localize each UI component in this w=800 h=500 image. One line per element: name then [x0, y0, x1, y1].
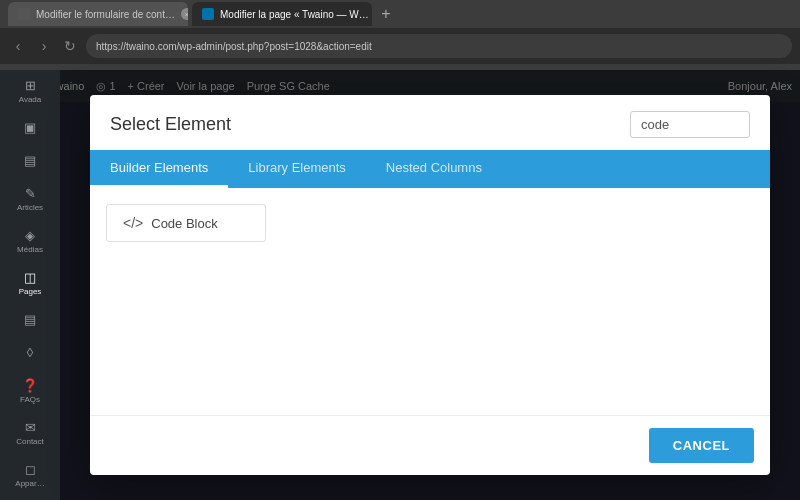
sidebar-item-articles[interactable]: ✎ Articles — [0, 178, 60, 220]
browser-tab-2[interactable]: Modifier la page « Twaino — W… × — [192, 2, 372, 26]
pages-icon: ◫ — [6, 270, 54, 285]
avada-icon: ⊞ — [6, 78, 54, 93]
sidebar-item-avada[interactable]: ⊞ Avada — [0, 70, 60, 112]
sidebar-item-extensions[interactable]: ⊕ Extens… — [0, 496, 60, 500]
code-block-icon: </> — [123, 215, 143, 231]
sidebar-item-pages[interactable]: ◫ Pages — [0, 262, 60, 304]
fusion2-icon: ▤ — [6, 153, 54, 168]
sidebar-item-appearance[interactable]: ◻ Appar… — [0, 454, 60, 496]
sidebar-item-faqs[interactable]: ❓ FAQs — [0, 370, 60, 412]
tab-label-1: Modifier le formulaire de cont… — [36, 9, 175, 20]
tab-close-1[interactable]: × — [181, 8, 188, 20]
url-text: https://twaino.com/wp-admin/post.php?pos… — [96, 41, 372, 52]
favicon-1 — [18, 8, 30, 20]
media-icon: ◈ — [6, 228, 54, 243]
back-button[interactable]: ‹ — [8, 36, 28, 56]
forward-button[interactable]: › — [34, 36, 54, 56]
sidebar-item-media[interactable]: ◈ Médias — [0, 220, 60, 262]
sidebar-item-contact[interactable]: ✉ Contact — [0, 412, 60, 454]
portfolio-icon: ◊ — [6, 345, 54, 360]
modal-title: Select Element — [110, 114, 231, 135]
tab-label-2: Modifier la page « Twaino — W… — [220, 9, 369, 20]
sidebar-label-appearance: Appar… — [6, 479, 54, 488]
sidebar-item-fusion2[interactable]: ▤ — [0, 145, 60, 178]
modal-body: </> Code Block — [90, 188, 770, 415]
wp-sidebar: ⊞ Avada ▣ ▤ ✎ Articles ◈ Médias ◫ Pages … — [0, 70, 60, 500]
appearance-icon: ◻ — [6, 462, 54, 477]
modal-overlay: Select Element Builder Elements Library … — [60, 70, 800, 500]
browser-tab-1[interactable]: Modifier le formulaire de cont… × — [8, 2, 188, 26]
sidebar-label-pages: Pages — [6, 287, 54, 296]
new-tab-button[interactable]: + — [376, 4, 396, 24]
contact-icon: ✉ — [6, 420, 54, 435]
sidebar-item-portfolio[interactable]: ◊ — [0, 337, 60, 370]
tab-library-elements[interactable]: Library Elements — [228, 150, 366, 188]
sidebar-item-fusion1[interactable]: ▣ — [0, 112, 60, 145]
tab-nested-columns[interactable]: Nested Columns — [366, 150, 502, 188]
element-grid: </> Code Block — [106, 204, 754, 242]
address-bar[interactable]: https://twaino.com/wp-admin/post.php?pos… — [86, 34, 792, 58]
sidebar-item-comments[interactable]: ▤ — [0, 304, 60, 337]
faqs-icon: ❓ — [6, 378, 54, 393]
articles-icon: ✎ — [6, 186, 54, 201]
tab-builder-elements[interactable]: Builder Elements — [90, 150, 228, 188]
reload-button[interactable]: ↻ — [60, 36, 80, 56]
sidebar-label-media: Médias — [6, 245, 54, 254]
modal-footer: CANCEL — [90, 415, 770, 475]
modal-search-input[interactable] — [630, 111, 750, 138]
element-label-code-block: Code Block — [151, 216, 217, 231]
sidebar-label-contact: Contact — [6, 437, 54, 446]
favicon-2 — [202, 8, 214, 20]
sidebar-label-articles: Articles — [6, 203, 54, 212]
sidebar-label-avada: Avada — [6, 95, 54, 104]
modal-tabs: Builder Elements Library Elements Nested… — [90, 150, 770, 188]
browser-nav: ‹ › ↻ https://twaino.com/wp-admin/post.p… — [0, 28, 800, 64]
sidebar-label-faqs: FAQs — [6, 395, 54, 404]
browser-chrome: Modifier le formulaire de cont… × Modifi… — [0, 0, 800, 70]
cancel-button[interactable]: CANCEL — [649, 428, 754, 463]
browser-tabs: Modifier le formulaire de cont… × Modifi… — [0, 0, 800, 28]
modal-dialog: Select Element Builder Elements Library … — [90, 95, 770, 475]
element-item-code-block[interactable]: </> Code Block — [106, 204, 266, 242]
fusion1-icon: ▣ — [6, 120, 54, 135]
comments-icon: ▤ — [6, 312, 54, 327]
modal-header: Select Element — [90, 95, 770, 150]
